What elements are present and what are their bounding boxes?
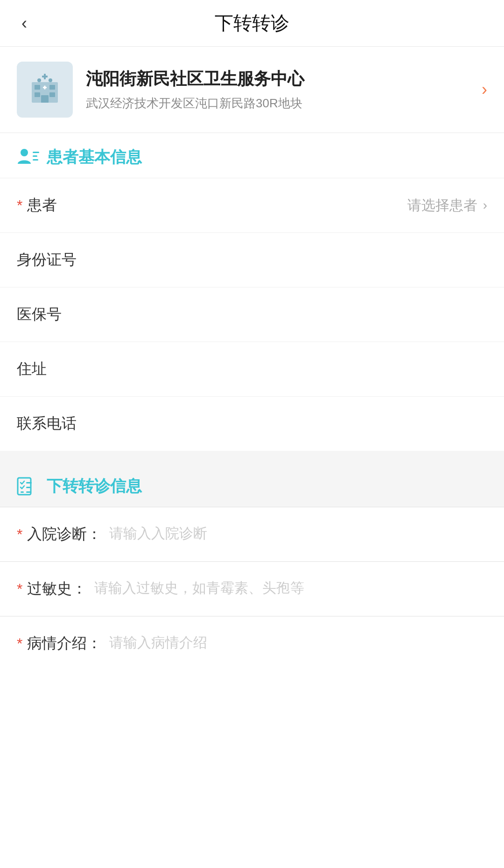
patient-arrow-icon: › <box>483 198 487 213</box>
svg-rect-14 <box>33 155 37 157</box>
address-label: 住址 <box>17 359 47 379</box>
colon-1: ： <box>87 524 102 545</box>
svg-rect-5 <box>41 95 49 103</box>
admission-diagnosis-label-wrap: * 入院诊断 ： <box>17 524 109 545</box>
hospital-building-icon <box>28 73 62 106</box>
svg-rect-7 <box>44 74 46 79</box>
hospital-arrow-icon: › <box>482 80 487 99</box>
patient-section-title: 患者基本信息 <box>47 147 142 168</box>
hospital-address: 武汉经济技术开发区沌口新民路30R地块 <box>86 95 474 112</box>
insurance-number-label: 医保号 <box>17 304 62 325</box>
svg-rect-17 <box>26 482 32 483</box>
required-star: * <box>17 197 22 214</box>
condition-description-label: 病情介绍 <box>27 633 87 654</box>
insurance-number-field[interactable]: 医保号 <box>0 287 504 342</box>
svg-rect-1 <box>35 85 40 90</box>
transfer-section-icon <box>17 475 39 497</box>
svg-rect-13 <box>33 152 39 153</box>
patient-select-value[interactable]: 请选择患者 › <box>407 196 487 215</box>
condition-description-placeholder[interactable]: 请输入病情介绍 <box>109 633 207 652</box>
allergy-history-field[interactable]: * 过敏史 ： 请输入过敏史，如青霉素、头孢等 <box>0 561 504 616</box>
svg-rect-4 <box>49 92 55 97</box>
svg-rect-9 <box>44 86 46 90</box>
svg-rect-3 <box>35 92 40 97</box>
allergy-history-placeholder[interactable]: 请输入过敏史，如青霉素、头孢等 <box>94 579 304 598</box>
transfer-section-title: 下转转诊信息 <box>47 476 142 497</box>
svg-point-12 <box>21 149 28 156</box>
admission-diagnosis-field[interactable]: * 入院诊断 ： 请输入入院诊断 <box>0 507 504 561</box>
admission-diagnosis-placeholder[interactable]: 请输入入院诊断 <box>109 524 207 543</box>
allergy-history-label: 过敏史 <box>27 579 72 599</box>
admission-diagnosis-label: 入院诊断 <box>27 524 87 545</box>
svg-rect-18 <box>26 487 30 488</box>
header: ‹ 下转转诊 <box>0 0 504 47</box>
svg-point-11 <box>49 78 52 82</box>
colon-3: ： <box>87 633 102 654</box>
allergy-history-label-wrap: * 过敏史 ： <box>17 579 94 599</box>
section-divider <box>0 451 504 460</box>
required-star-1: * <box>17 526 22 543</box>
required-star-2: * <box>17 581 22 598</box>
svg-rect-15 <box>33 159 38 161</box>
id-number-label: 身份证号 <box>17 250 77 270</box>
required-star-3: * <box>17 635 22 652</box>
patient-field[interactable]: * 患者 请选择患者 › <box>0 178 504 232</box>
condition-description-field[interactable]: * 病情介绍 ： 请输入病情介绍 <box>0 616 504 671</box>
patient-section-icon <box>17 146 39 168</box>
address-field[interactable]: 住址 <box>0 342 504 396</box>
hospital-info: 沌阳街新民社区卫生服务中心 武汉经济技术开发区沌口新民路30R地块 <box>86 68 474 112</box>
patient-label: 患者 <box>27 195 57 216</box>
svg-rect-19 <box>26 491 31 493</box>
transfer-section-header: 下转转诊信息 <box>0 460 504 507</box>
svg-point-10 <box>37 78 41 82</box>
back-button[interactable]: ‹ <box>17 9 32 38</box>
hospital-card[interactable]: 沌阳街新民社区卫生服务中心 武汉经济技术开发区沌口新民路30R地块 › <box>0 47 504 133</box>
hospital-icon <box>17 62 73 118</box>
hospital-name: 沌阳街新民社区卫生服务中心 <box>86 68 474 91</box>
patient-placeholder: 请选择患者 <box>407 196 477 215</box>
phone-label: 联系电话 <box>17 413 77 434</box>
svg-rect-20 <box>21 491 24 493</box>
colon-2: ： <box>72 579 87 599</box>
phone-field[interactable]: 联系电话 <box>0 396 504 451</box>
condition-description-label-wrap: * 病情介绍 ： <box>17 633 109 654</box>
page-title: 下转转诊 <box>215 10 289 36</box>
patient-section-header: 患者基本信息 <box>0 133 504 178</box>
svg-rect-2 <box>49 85 55 90</box>
id-number-field[interactable]: 身份证号 <box>0 232 504 287</box>
